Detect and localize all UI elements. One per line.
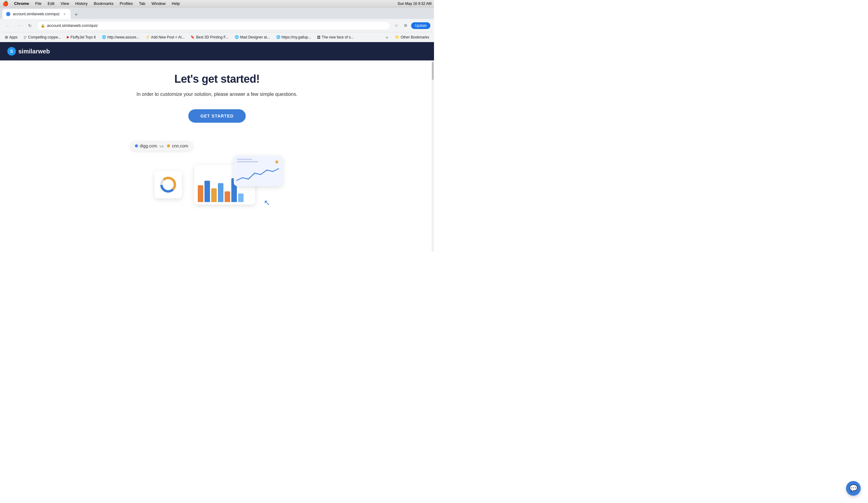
extensions-icon[interactable]: ⚙ <box>402 22 409 29</box>
page-title: Let's get started! <box>174 73 260 85</box>
sw-logo-text: similarweb <box>18 48 50 55</box>
bookmark-icon[interactable]: ☆ <box>393 22 400 29</box>
more-bookmarks-button[interactable]: » <box>384 34 390 40</box>
domain1-label: digg.com <box>140 143 157 148</box>
menubar-view[interactable]: View <box>59 1 70 6</box>
other-bookmarks-label: Other Bookmarks <box>401 35 429 39</box>
bookmark-addpost-label: Add New Post < Al... <box>151 35 185 39</box>
charts-container: ★ ↖ <box>151 156 283 205</box>
bookmark-apps-label: Apps <box>9 35 18 39</box>
sw-navbar: S similarweb <box>0 42 434 60</box>
line-chart-card: ★ <box>234 156 283 186</box>
security-icon: 🔒 <box>41 23 45 28</box>
url-bar[interactable]: 🔒 account.similarweb.com/quiz <box>37 21 390 30</box>
domain1-dot <box>135 144 138 147</box>
bookmark-apps[interactable]: ⊞ Apps <box>2 34 20 40</box>
donut-chart <box>159 175 177 194</box>
apps-icon: ⊞ <box>5 35 8 39</box>
line-chart-svg <box>236 165 279 184</box>
newface-icon: 🖼 <box>317 35 320 39</box>
update-button[interactable]: Update <box>411 22 430 29</box>
folder-icon: 📁 <box>395 35 400 39</box>
cursor-icon: ↖ <box>264 198 270 207</box>
mad-icon: 🌐 <box>235 35 239 39</box>
bar-3 <box>211 188 217 202</box>
menubar-window[interactable]: Window <box>150 1 167 6</box>
tab-close-button[interactable]: × <box>62 12 67 17</box>
3dprint-icon: 🔖 <box>190 35 195 39</box>
line-bar-2 <box>237 161 258 162</box>
bar-2 <box>205 181 210 202</box>
line-bar-1 <box>237 159 252 160</box>
bookmark-3dprint-label: Best 3D Printing F... <box>196 35 228 39</box>
illustration-area: digg.com vs. cnn.com <box>112 141 322 205</box>
bookmark-newface[interactable]: 🖼 The new face of s... <box>315 34 356 40</box>
fluffyjet-icon: ▶ <box>67 35 69 39</box>
scrollbar[interactable] <box>432 60 434 252</box>
bookmark-gallup[interactable]: 🌐 https://my.gallup... <box>274 34 314 40</box>
forward-button[interactable]: → <box>15 21 23 30</box>
menubar-chrome[interactable]: Chrome <box>13 1 30 6</box>
bookmarks-bar: ⊞ Apps 🕊 Compelling copyw... ▶ FluffyJet… <box>0 32 434 42</box>
menubar-help[interactable]: Help <box>170 1 181 6</box>
bookmark-mad-designer[interactable]: 🌐 Mad Designer at... <box>232 34 272 40</box>
tab-title: account.similarweb.com/quiz <box>13 12 60 16</box>
bar-4 <box>218 183 224 202</box>
bookmark-copyw[interactable]: 🕊 Compelling copyw... <box>21 34 63 40</box>
bookmark-3dprint[interactable]: 🔖 Best 3D Printing F... <box>188 34 231 40</box>
donut-chart-card <box>154 171 182 198</box>
domain2-label: cnn.com <box>172 143 188 148</box>
bookmark-newface-label: The new face of s... <box>322 35 354 39</box>
bookmark-fluffyjet-label: FluffyJet Toys 6 <box>71 35 96 39</box>
back-button[interactable]: ← <box>4 21 12 30</box>
menubar-history[interactable]: History <box>74 1 89 6</box>
addressbar: ← → ↻ 🔒 account.similarweb.com/quiz ☆ ⚙ … <box>0 19 434 32</box>
scrollbar-thumb[interactable] <box>432 62 434 80</box>
star-icon: ★ <box>274 158 280 165</box>
bar-7 <box>238 194 244 202</box>
tab-favicon <box>6 12 10 16</box>
tabbar: account.similarweb.com/quiz × + <box>0 7 434 19</box>
page-subtitle: In order to customize your solution, ple… <box>136 92 297 97</box>
system-time: Sun May 16 9:32 AM <box>398 1 432 6</box>
refresh-button[interactable]: ↻ <box>25 21 34 30</box>
domain2-dot <box>167 144 170 147</box>
bar-1 <box>198 185 203 202</box>
bookmark-copyw-label: Compelling copyw... <box>28 35 61 39</box>
menubar-tab[interactable]: Tab <box>138 1 146 6</box>
vs-text: vs. <box>159 144 165 148</box>
apple-menu[interactable]: 🍎 <box>2 1 9 7</box>
content-area: Let's get started! In order to customize… <box>106 60 328 252</box>
main-content: Let's get started! In order to customize… <box>0 60 434 252</box>
url-text: account.similarweb.com/quiz <box>47 23 98 28</box>
line-decoration <box>237 159 258 162</box>
get-started-button[interactable]: GET STARTED <box>188 109 246 123</box>
sw-logo: S similarweb <box>7 47 50 55</box>
bookmark-fluffyjet[interactable]: ▶ FluffyJet Toys 6 <box>64 34 98 40</box>
bookmark-assure-label: http://www.assure... <box>107 35 140 39</box>
addpost-icon: ⚡ <box>146 35 150 39</box>
copyw-icon: 🕊 <box>23 35 27 39</box>
other-bookmarks[interactable]: 📁 Other Bookmarks <box>392 34 432 40</box>
sw-logo-icon: S <box>7 47 16 55</box>
menubar: 🍎 Chrome File Edit View History Bookmark… <box>0 0 434 7</box>
gallup-icon: 🌐 <box>276 35 280 39</box>
bookmark-gallup-label: https://my.gallup... <box>282 35 311 39</box>
bar-5 <box>225 191 230 202</box>
menubar-file[interactable]: File <box>34 1 43 6</box>
menubar-system-area: Sun May 16 9:32 AM <box>398 1 432 6</box>
assure-icon: 🌐 <box>102 35 106 39</box>
bookmark-mad-label: Mad Designer at... <box>240 35 270 39</box>
domain-chip: digg.com vs. cnn.com <box>130 141 193 151</box>
menubar-profiles[interactable]: Profiles <box>118 1 134 6</box>
active-tab[interactable]: account.similarweb.com/quiz × <box>2 9 71 19</box>
menubar-bookmarks[interactable]: Bookmarks <box>92 1 115 6</box>
new-tab-button[interactable]: + <box>72 10 80 19</box>
bookmark-add-post[interactable]: ⚡ Add New Post < Al... <box>143 34 187 40</box>
addressbar-actions: ☆ ⚙ Update <box>393 22 430 29</box>
menubar-edit[interactable]: Edit <box>46 1 55 6</box>
bookmark-assure[interactable]: 🌐 http://www.assure... <box>100 34 142 40</box>
